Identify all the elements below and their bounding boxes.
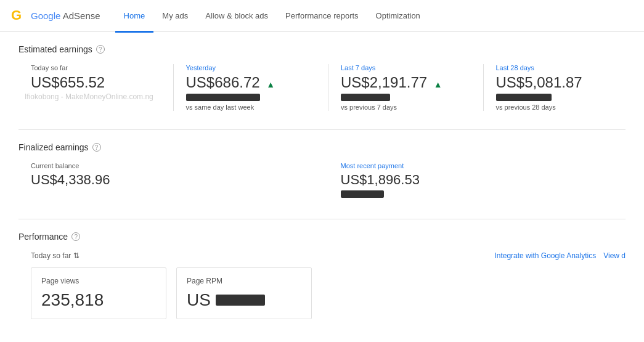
performance-cards: Page views 235,818 Page RPM US (31, 267, 626, 319)
logo-text: Google AdSense (31, 10, 100, 21)
earnings-value-yesterday: US$686.72 ▲ (186, 74, 304, 91)
earnings-label-today: Today so far (31, 64, 149, 71)
performance-filter-icon: ⇅ (73, 251, 79, 260)
nav-item-optimization[interactable]: Optimization (367, 1, 429, 33)
main-content: Estimated earnings ? Today so far US$655… (0, 32, 644, 342)
page-views-value: 235,818 (41, 290, 156, 310)
earnings-value-28days: US$5,081.87 (496, 74, 614, 91)
finalized-col-balance: Current balance US$4,338.96 (31, 162, 316, 200)
redacted-yesterday (186, 94, 260, 101)
earnings-col-yesterday: Yesterday US$686.72 ▲ vs same day last w… (186, 64, 316, 111)
logo-google: Google (31, 10, 60, 21)
performance-title: Performance (18, 232, 68, 242)
redacted-rpm (216, 295, 265, 306)
arrow-up-7days: ▲ (434, 79, 442, 89)
finalized-label-payment[interactable]: Most recent payment (341, 162, 626, 169)
redacted-7days (341, 94, 390, 101)
nav-item-allow-block[interactable]: Allow & block ads (197, 1, 277, 33)
finalized-value-balance: US$4,338.96 (31, 172, 316, 188)
redacted-28days (496, 94, 552, 101)
estimated-earnings-title: Estimated earnings (18, 44, 92, 54)
earnings-value-7days: US$2,191.77 ▲ (341, 74, 459, 91)
finalized-value-payment: US$1,896.53 (341, 172, 626, 188)
earnings-sub-yesterday: vs same day last week (186, 104, 304, 111)
performance-section: Performance ? Today so far ⇅ Integrate w… (18, 232, 626, 319)
top-nav: G Google AdSense Home My ads Allow & blo… (0, 0, 644, 32)
integrate-analytics-link[interactable]: Integrate with Google Analytics (494, 251, 596, 260)
performance-filter[interactable]: Today so far ⇅ (31, 251, 79, 260)
redacted-payment (341, 190, 384, 198)
earnings-label-28days[interactable]: Last 28 days (496, 64, 614, 71)
earnings-label-yesterday[interactable]: Yesterday (186, 64, 304, 71)
view-detail-link[interactable]: View d (603, 251, 626, 260)
earnings-sub-7days: vs previous 7 days (341, 104, 459, 111)
watermark-1: Ifiokobong - MakeMoneyOnline.com.ng (25, 92, 153, 101)
page-rpm-card: Page RPM US (176, 267, 312, 319)
performance-help[interactable]: ? (71, 232, 80, 241)
finalized-earnings-title: Finalized earnings (18, 142, 89, 152)
svg-text:G: G (11, 7, 22, 23)
divider-horizontal-2 (18, 219, 626, 219)
nav-item-my-ads[interactable]: My ads (153, 1, 197, 33)
arrow-up-yesterday: ▲ (266, 79, 275, 89)
page-rpm-value: US (187, 290, 301, 310)
google-logo-icon: G (10, 7, 27, 25)
divider-2 (328, 64, 328, 111)
nav-item-performance-reports[interactable]: Performance reports (277, 1, 367, 33)
finalized-earnings-header: Finalized earnings ? (18, 142, 626, 152)
divider-horizontal-1 (18, 129, 626, 130)
finalized-earnings-section: Finalized earnings ? Current balance US$… (18, 142, 626, 200)
earnings-col-28days: Last 28 days US$5,081.87 vs previous 28 … (496, 64, 626, 111)
page-views-label: Page views (41, 277, 156, 285)
divider-3 (483, 64, 484, 111)
page-views-card: Page views 235,818 (31, 267, 166, 319)
estimated-earnings-header: Estimated earnings ? (18, 44, 626, 54)
finalized-label-balance: Current balance (31, 162, 316, 169)
finalized-col-payment: Most recent payment US$1,896.53 (341, 162, 626, 200)
performance-links: Integrate with Google Analytics View d (494, 251, 626, 260)
estimated-earnings-help[interactable]: ? (96, 45, 105, 54)
divider-1 (173, 64, 174, 111)
earnings-col-today: Today so far US$655.52 (31, 64, 161, 111)
earnings-label-7days[interactable]: Last 7 days (341, 64, 459, 71)
performance-header: Performance ? (18, 232, 626, 242)
nav-item-home[interactable]: Home (115, 1, 154, 33)
earnings-value-today: US$655.52 (31, 74, 149, 91)
logo-adsense: AdSense (63, 10, 100, 21)
performance-controls: Today so far ⇅ Integrate with Google Ana… (31, 251, 626, 260)
earnings-col-7days: Last 7 days US$2,191.77 ▲ vs previous 7 … (341, 64, 471, 111)
estimated-earnings-grid: Today so far US$655.52 Yesterday US$686.… (31, 64, 626, 111)
nav-links: Home My ads Allow & block ads Performanc… (115, 0, 429, 31)
performance-filter-label: Today so far (31, 251, 71, 260)
finalized-earnings-help[interactable]: ? (92, 143, 101, 152)
logo: G Google AdSense (10, 7, 100, 25)
finalized-earnings-grid: Current balance US$4,338.96 Most recent … (31, 162, 626, 200)
page-rpm-label: Page RPM (187, 277, 301, 285)
earnings-sub-28days: vs previous 28 days (496, 104, 614, 111)
